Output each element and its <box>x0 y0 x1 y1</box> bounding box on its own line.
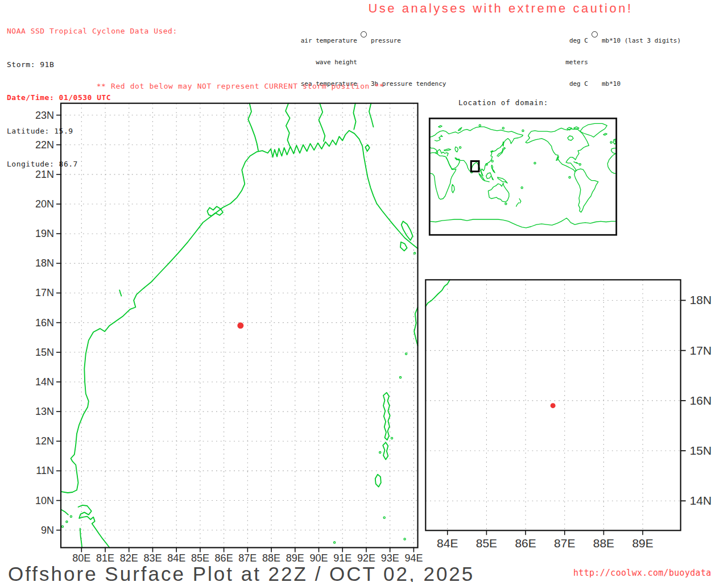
coastline <box>319 103 325 142</box>
lon-tick-label: 91E <box>333 552 351 564</box>
coastline <box>455 147 458 152</box>
lon-tick-label: 90E <box>310 552 328 564</box>
island-mark <box>491 160 493 162</box>
lat-tick-label: 15N <box>35 347 54 358</box>
coastline <box>429 218 616 228</box>
station-units-right-column: mb*10 (last 3 digits) mb*10 <box>602 23 681 103</box>
lat-tick-label: 16N <box>690 394 712 407</box>
caution-banner: Use analyses with extreme caution! <box>341 1 660 16</box>
coastline <box>503 142 504 146</box>
station-legend-right-column: pressure 3h pressure tendency <box>371 23 446 103</box>
island-mark <box>70 516 72 517</box>
coastline <box>568 136 573 140</box>
lat-tick-label: 16N <box>35 317 54 329</box>
coastline <box>365 145 370 152</box>
lat-tick-label: 23N <box>35 110 54 121</box>
coastline <box>429 153 456 199</box>
lon-tick-label: 83E <box>143 552 162 564</box>
island-mark <box>479 124 481 126</box>
coastline <box>383 442 388 459</box>
lon-tick-label: 88E <box>593 537 614 550</box>
island-mark <box>569 176 570 178</box>
coastline <box>574 162 578 164</box>
noaa-source-line: NOAA SSD Tropical Cyclone Data Used: <box>7 26 177 37</box>
island-mark <box>460 147 461 148</box>
storm-position-warning: ** Red dot below may NOT represent CURRE… <box>63 82 418 90</box>
island-mark <box>383 517 385 518</box>
lon-tick-label: 84E <box>167 552 185 564</box>
source-url-link[interactable]: http://coolwx.com/buoydata <box>573 568 712 578</box>
lat-tick-label: 14N <box>690 494 712 507</box>
island-mark <box>399 377 401 379</box>
lat-tick-label: 10N <box>35 495 54 506</box>
lon-tick-label: 88E <box>262 552 280 564</box>
buoy-plot-page: NOAA SSD Tropical Cyclone Data Used: Sto… <box>0 0 728 582</box>
lat-tick-label: 21N <box>35 169 54 180</box>
island-mark <box>502 127 504 129</box>
lat-tick-label: 20N <box>35 198 54 210</box>
lon-tick-label: 86E <box>515 537 536 550</box>
unit-pressure-label: mb*10 (last 3 digits) <box>602 38 681 45</box>
island-mark <box>579 164 581 165</box>
lat-tick-label: 22N <box>35 139 54 151</box>
coastline <box>484 181 489 182</box>
zoomed-storm-map: 84E85E86E87E88E89E14N15N16N17N18N <box>421 276 728 560</box>
lon-tick-label: 80E <box>72 552 90 564</box>
coastline <box>429 127 523 176</box>
lat-tick-label: 12N <box>35 435 54 447</box>
station-legend-left-column: air temperature wave height sea temperat… <box>250 23 357 103</box>
island-mark <box>404 538 406 540</box>
island-mark <box>406 353 407 355</box>
lon-tick-label: 85E <box>191 552 209 564</box>
coastline <box>353 103 355 130</box>
lat-tick-label: 11N <box>36 465 54 476</box>
island-mark <box>505 203 507 205</box>
lon-tick-label: 89E <box>286 552 304 564</box>
coastline <box>400 242 407 251</box>
lon-tick-label: 87E <box>554 537 575 550</box>
unit-sea-temperature-label: deg C <box>535 81 588 88</box>
island-mark <box>391 437 392 439</box>
unit-wave-height-label: meters <box>535 59 588 66</box>
coastline <box>429 147 448 156</box>
unit-air-temperature-label: deg C <box>535 38 588 45</box>
island-mark <box>334 542 336 543</box>
island-mark <box>66 521 68 523</box>
station-units-left-column: deg C meters deg C <box>535 23 588 103</box>
unit-pressure-tendency-label: mb*10 <box>602 81 681 88</box>
lat-tick-label: 15N <box>690 444 712 457</box>
island-mark <box>379 452 381 454</box>
lat-tick-label: 18N <box>35 257 54 269</box>
lon-tick-label: 81E <box>96 552 114 564</box>
lat-tick-label: 19N <box>35 228 54 239</box>
legend-air-temperature-label: air temperature <box>250 38 357 45</box>
station-model-circle-icon <box>592 31 598 38</box>
coastline <box>603 134 607 135</box>
lon-tick-label: 94E <box>404 552 423 564</box>
coastline <box>286 103 290 146</box>
coastline <box>402 221 413 240</box>
lon-tick-label: 85E <box>476 537 497 550</box>
legend-wave-height-label: wave height <box>250 59 357 66</box>
coastline <box>425 280 450 306</box>
lat-tick-label: 13N <box>35 406 54 417</box>
coastline <box>516 202 519 206</box>
coastline <box>248 103 258 151</box>
island-mark <box>414 252 416 254</box>
lon-tick-label: 93E <box>381 552 399 564</box>
coastline <box>119 290 121 296</box>
coastline <box>458 127 462 131</box>
coastline <box>497 148 506 157</box>
coastline <box>613 139 616 144</box>
island-mark <box>522 130 524 131</box>
lon-tick-label: 82E <box>120 552 138 564</box>
coastline <box>491 165 495 173</box>
coastline <box>375 475 381 487</box>
coastline <box>78 505 110 548</box>
lat-tick-label: 17N <box>35 287 54 298</box>
coastline <box>207 206 223 216</box>
coastline <box>491 176 494 180</box>
lon-tick-label: 89E <box>632 537 653 550</box>
main-map: 80E81E82E83E84E85E86E87E88E89E90E91E92E9… <box>28 94 427 566</box>
island-mark <box>521 187 523 189</box>
